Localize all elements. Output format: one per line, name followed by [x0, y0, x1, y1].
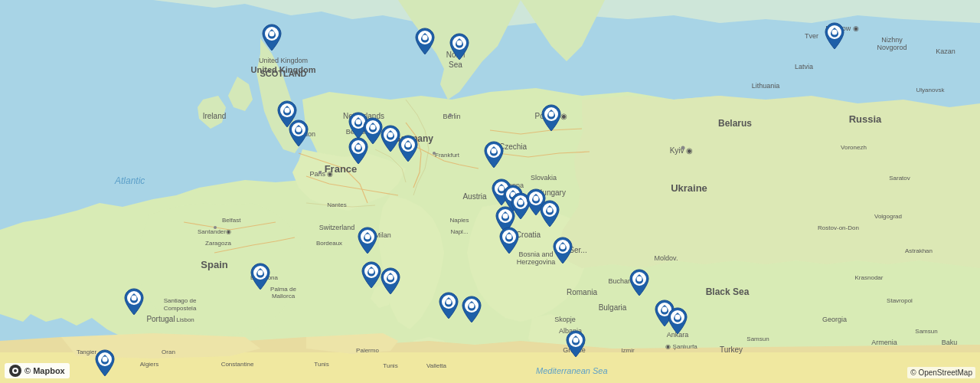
map-marker-m13[interactable] [539, 103, 564, 133]
svg-text:Ireland: Ireland [203, 112, 227, 120]
map-marker-m29[interactable] [122, 287, 146, 316]
svg-text:United Kingdom: United Kingdom [259, 57, 308, 64]
svg-point-101 [423, 35, 428, 41]
svg-text:Armenia: Armenia [871, 339, 897, 346]
map-marker-m3[interactable] [447, 32, 472, 61]
map-marker-m33[interactable] [564, 329, 588, 358]
svg-point-129 [518, 200, 524, 205]
svg-text:Lithuania: Lithuania [752, 82, 780, 90]
svg-text:Napl...: Napl... [450, 228, 468, 235]
svg-text:Moldov.: Moldov. [655, 254, 678, 262]
svg-text:Constantine: Constantine [221, 361, 254, 368]
svg-point-155 [132, 296, 137, 301]
map-marker-m32[interactable] [665, 306, 690, 336]
svg-text:Mallorca: Mallorca [272, 293, 296, 300]
svg-text:Izmir: Izmir [621, 347, 635, 354]
mapbox-text: © Mapbox [24, 366, 65, 375]
svg-text:Russia: Russia [849, 113, 882, 125]
svg-point-103 [457, 41, 462, 46]
map-marker-m26[interactable] [248, 262, 273, 291]
svg-text:Oran: Oran [162, 349, 175, 355]
svg-text:Palermo: Palermo [356, 347, 379, 354]
svg-point-115 [388, 133, 394, 138]
svg-text:Bordeaux: Bordeaux [316, 240, 342, 247]
svg-text:Slovakia: Slovakia [531, 174, 557, 182]
map-marker-m2[interactable] [413, 27, 437, 56]
map-marker-m19[interactable] [537, 199, 562, 228]
map-marker-m12[interactable] [482, 140, 506, 169]
svg-point-149 [258, 270, 263, 276]
map-marker-m10[interactable] [346, 136, 371, 165]
map-marker-m6[interactable] [286, 119, 311, 148]
osm-attribution: © OpenStreetMap [907, 367, 975, 378]
svg-text:Santiago de: Santiago de [164, 297, 197, 304]
svg-text:United Kingdom: United Kingdom [251, 65, 316, 74]
svg-text:Sea: Sea [449, 61, 462, 69]
svg-point-117 [356, 145, 361, 150]
map-marker-m27[interactable] [436, 291, 461, 320]
svg-text:Berlin: Berlin [443, 113, 460, 120]
svg-text:Volgograd: Volgograd [874, 213, 902, 220]
svg-point-94 [433, 152, 436, 155]
svg-text:Astrakhan: Astrakhan [905, 247, 933, 254]
svg-text:Valletta: Valletta [426, 362, 447, 369]
svg-point-90 [681, 146, 685, 150]
svg-text:Austria: Austria [462, 192, 487, 201]
svg-point-137 [507, 234, 512, 240]
svg-text:Rostov-on-Don: Rostov-on-Don [818, 224, 859, 231]
svg-text:Bulgaria: Bulgaria [599, 303, 627, 312]
svg-text:Belfast: Belfast [222, 217, 241, 224]
svg-text:Zaragoza: Zaragoza [205, 240, 231, 247]
svg-point-145 [369, 269, 374, 274]
svg-text:Samsun: Samsun [915, 328, 937, 335]
svg-text:Novgorod: Novgorod [877, 44, 906, 51]
svg-text:Baku: Baku [942, 339, 958, 346]
svg-text:Portugal: Portugal [146, 315, 175, 323]
svg-point-131 [503, 214, 508, 219]
svg-text:Nizhny: Nizhny [881, 36, 903, 44]
mapbox-logo-icon [9, 365, 21, 377]
svg-text:Latvia: Latvia [795, 63, 813, 70]
svg-point-119 [406, 142, 411, 148]
svg-text:Skopje: Skopje [554, 316, 576, 323]
svg-text:Mediterranean Sea: Mediterranean Sea [536, 366, 608, 375]
svg-text:Belarus: Belarus [718, 118, 752, 129]
svg-point-113 [371, 125, 376, 130]
svg-point-157 [103, 357, 108, 362]
svg-text:Tunis: Tunis [383, 362, 397, 369]
map-container: SCOTLAND United Kingdom United Kingdom I… [0, 0, 980, 383]
svg-point-135 [547, 208, 553, 213]
svg-point-141 [365, 234, 371, 240]
svg-text:Kazan: Kazan [936, 47, 956, 55]
svg-text:Herzegovina: Herzegovina [517, 258, 556, 266]
map-marker-m23[interactable] [627, 268, 652, 297]
map-marker-m11[interactable] [396, 134, 420, 163]
svg-text:Tver: Tver [805, 32, 818, 40]
svg-text:Samsun: Samsun [746, 336, 769, 342]
map-marker-m28[interactable] [459, 295, 484, 324]
map-marker-m22[interactable] [355, 226, 380, 255]
svg-text:Ukraine: Ukraine [671, 182, 707, 194]
map-marker-m30[interactable] [93, 349, 117, 378]
map-marker-m21[interactable] [550, 236, 575, 265]
map-marker-m20[interactable] [497, 226, 521, 255]
svg-text:Algiers: Algiers [140, 361, 158, 368]
svg-text:Atlantic: Atlantic [114, 175, 145, 186]
svg-text:Romania: Romania [567, 288, 597, 296]
svg-text:Lisbon: Lisbon [176, 316, 194, 323]
svg-point-121 [492, 149, 497, 154]
svg-point-153 [469, 303, 475, 309]
svg-text:Stavropol: Stavropol [887, 297, 913, 304]
map-marker-m4[interactable] [822, 21, 847, 51]
svg-point-89 [449, 113, 452, 116]
svg-text:Frankfurt: Frankfurt [435, 152, 460, 159]
svg-text:◉ Şanlıurfa: ◉ Şanlıurfa [665, 343, 697, 350]
svg-text:Nantes: Nantes [327, 201, 346, 208]
svg-point-161 [675, 315, 681, 320]
svg-point-107 [285, 108, 290, 113]
map-marker-m25[interactable] [378, 267, 403, 296]
svg-text:Turkey: Turkey [720, 345, 743, 354]
map-marker-m1[interactable] [260, 23, 284, 52]
svg-point-88 [318, 171, 322, 174]
svg-text:Spain: Spain [201, 259, 227, 270]
